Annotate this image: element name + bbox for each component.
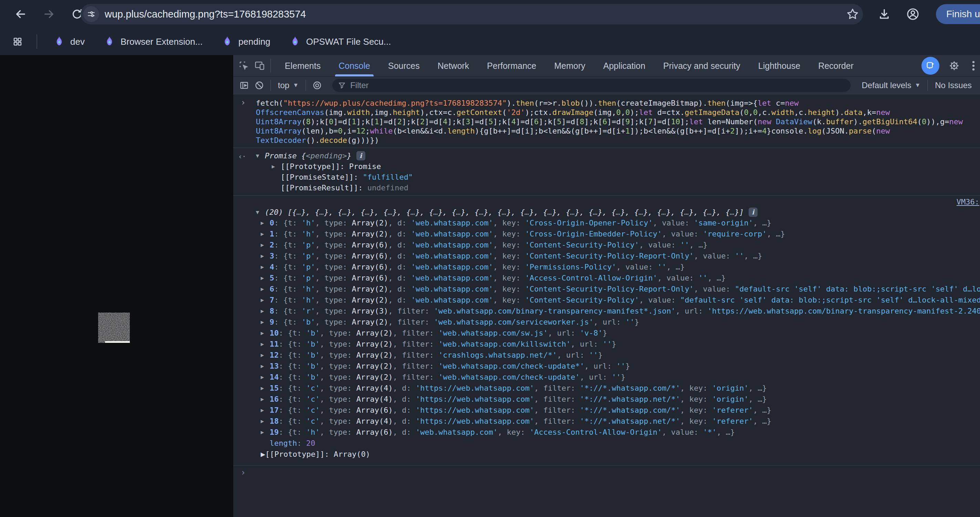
log-array-item-14[interactable]: ▶14: {t: 'b', type: Array(2), filter: 'w… [233, 372, 980, 383]
log-array-item-6[interactable]: ▶6: {t: 'h', type: Array(2), d: 'web.wha… [233, 284, 980, 295]
log-array-item-18[interactable]: ▶18: {t: 'c', type: Array(4), d: 'https:… [233, 416, 980, 427]
array-preview[interactable]: ▼(20) [{…}, {…}, {…}, {…}, {…}, {…}, {…}… [233, 207, 980, 217]
tab-memory[interactable]: Memory [545, 55, 594, 76]
log-array-item-13[interactable]: ▶13: {t: 'b', type: Array(2), filter: 'w… [233, 361, 980, 372]
expand-triangle-icon[interactable]: ▶ [261, 350, 270, 361]
chevron-down-icon: ▼ [915, 82, 920, 89]
console-sidebar-toggle[interactable] [237, 78, 252, 92]
expand-triangle-icon[interactable]: ▶ [261, 251, 270, 262]
log-array-item-8[interactable]: ▶8: {t: 'r', type: Array(3), filter: 'we… [233, 306, 980, 317]
promise-result-entry: ‹· ▼Promise {<pending>}i ▶[[Prototype]]:… [233, 148, 980, 195]
log-array-item-2[interactable]: ▶2: {t: 'p', type: Array(6), d: 'web.wha… [233, 239, 980, 251]
log-array-item-4[interactable]: ▶4: {t: 'p', type: Array(6), d: 'web.wha… [233, 262, 980, 273]
tab-recorder[interactable]: Recorder [809, 55, 862, 76]
expand-triangle-icon[interactable]: ▶ [261, 284, 270, 295]
log-array-item-12[interactable]: ▶12: {t: 'b', type: Array(2), filter: 'c… [233, 350, 980, 361]
value-info-icon[interactable]: i [356, 151, 365, 160]
expand-triangle-icon[interactable]: ▶ [261, 228, 270, 239]
context-selector[interactable]: top ▼ [274, 81, 302, 90]
tab-privacy-and-security[interactable]: Privacy and security [654, 55, 749, 76]
site-settings-button[interactable] [83, 6, 99, 22]
log-array-item-1[interactable]: ▶1: {t: 'h', type: Array(2), d: 'web.wha… [233, 228, 980, 239]
log-levels-selector[interactable]: Default levels ▼ [858, 81, 924, 90]
bookmark-item[interactable]: OPSWAT File Secu... [282, 33, 398, 51]
back-button[interactable] [13, 6, 28, 22]
apps-grid-button[interactable] [9, 33, 26, 50]
log-array-item-19[interactable]: ▶19: {t: 'h', type: Array(6), d: 'web.wh… [233, 427, 980, 438]
expand-triangle-icon[interactable]: ▶ [272, 161, 281, 172]
command-code[interactable]: fetch("https://wup.plus/cachedimg.png?ts… [256, 98, 975, 145]
filter-funnel-icon [338, 81, 346, 89]
tab-console[interactable]: Console [329, 55, 379, 76]
bookmark-star-icon[interactable] [846, 7, 859, 21]
context-selector-value: top [278, 81, 289, 90]
tab-performance[interactable]: Performance [478, 55, 545, 76]
log-array-item-16[interactable]: ▶16: {t: 'c', type: Array(4), d: 'https:… [233, 394, 980, 405]
log-array-item-11[interactable]: ▶11: {t: 'b', type: Array(2), filter: 'w… [233, 339, 980, 350]
expand-triangle-icon[interactable]: ▶ [261, 450, 265, 458]
expand-triangle-icon[interactable]: ▶ [261, 295, 270, 306]
expand-triangle-icon[interactable]: ▶ [261, 339, 270, 350]
expand-triangle-icon[interactable]: ▶ [261, 361, 270, 372]
console-sidebar-icon [239, 80, 249, 90]
issues-counter[interactable]: No Issues [931, 81, 975, 90]
console-input[interactable]: › [233, 465, 980, 471]
promise-children: ▶[[Prototype]]: Promise [[PromiseState]]… [233, 161, 975, 193]
profile-button[interactable] [905, 6, 921, 22]
log-array-item-0[interactable]: ▶0: {t: 'h', type: Array(2), d: 'web.wha… [233, 217, 980, 228]
collapse-triangle-icon[interactable]: ▼ [256, 207, 265, 217]
collapse-triangle-icon[interactable]: ▼ [256, 151, 265, 161]
expand-triangle-icon[interactable]: ▶ [261, 217, 270, 228]
log-array-item-9[interactable]: ▶9: {t: 'b', type: Array(2), filter: 'we… [233, 317, 980, 328]
log-array-item-15[interactable]: ▶15: {t: 'c', type: Array(4), d: 'https:… [233, 383, 980, 394]
devtools-more-button[interactable] [969, 58, 978, 74]
log-array-item-3[interactable]: ▶3: {t: 'p', type: Array(6), d: 'web.wha… [233, 251, 980, 262]
expand-triangle-icon[interactable]: ▶ [261, 394, 270, 405]
tab-lighthouse[interactable]: Lighthouse [749, 55, 809, 76]
log-array-item-7[interactable]: ▶7: {t: 'h', type: Array(2), d: 'web.wha… [233, 295, 980, 306]
log-array-item-10[interactable]: ▶10: {t: 'b', type: Array(2), filter: 'w… [233, 328, 980, 339]
value-info-icon[interactable]: i [749, 208, 757, 217]
tab-network[interactable]: Network [429, 55, 478, 76]
command-prompt-chevron: › [241, 98, 245, 108]
expand-triangle-icon[interactable]: ▶ [261, 273, 270, 284]
expand-triangle-icon[interactable]: ▶ [261, 306, 270, 317]
device-toolbar-button[interactable] [252, 58, 267, 74]
inspect-cursor-icon [238, 60, 249, 71]
tab-sources[interactable]: Sources [379, 55, 429, 76]
returned-value-icon: ‹· [238, 152, 246, 161]
address-bar[interactable]: wup.plus/cachedimg.png?ts=1768198283574 [81, 4, 863, 24]
expand-triangle-icon[interactable]: ▶ [261, 427, 270, 438]
url-text[interactable]: wup.plus/cachedimg.png?ts=1768198283574 [105, 9, 306, 20]
promise-preview[interactable]: ▼Promise {<pending>}i [233, 151, 975, 161]
expand-triangle-icon[interactable]: ▶ [261, 317, 270, 328]
promise-prototype-row[interactable]: ▶[[Prototype]]: Promise [233, 161, 975, 172]
expand-triangle-icon[interactable]: ▶ [261, 405, 270, 416]
finish-update-button[interactable]: Finish update [936, 4, 980, 24]
ai-assistance-button[interactable] [921, 57, 939, 75]
expand-triangle-icon[interactable]: ▶ [261, 262, 270, 273]
bookmark-item[interactable]: dev [46, 33, 92, 51]
log-array-item-5[interactable]: ▶5: {t: 'p', type: Array(6), d: 'web.wha… [233, 273, 980, 284]
log-array-item-17[interactable]: ▶17: {t: 'c', type: Array(6), d: 'https:… [233, 405, 980, 416]
live-expression-button[interactable] [310, 78, 325, 92]
expand-triangle-icon[interactable]: ▶ [261, 239, 270, 251]
expand-triangle-icon[interactable]: ▶ [261, 416, 270, 427]
bookmarks-list: dev Browser Extension... pending [46, 33, 398, 51]
tab-elements[interactable]: Elements [276, 55, 329, 76]
gear-icon [948, 60, 960, 71]
devtools-settings-button[interactable] [946, 58, 962, 74]
bookmark-item[interactable]: Browser Extension... [96, 33, 209, 51]
expand-triangle-icon[interactable]: ▶ [261, 383, 270, 394]
clear-console-button[interactable] [252, 78, 267, 92]
tab-application[interactable]: Application [594, 55, 654, 76]
array-prototype-row[interactable]: ▶[[Prototype]]: Array(0) [233, 449, 980, 460]
downloads-button[interactable] [877, 6, 892, 22]
expand-triangle-icon[interactable]: ▶ [261, 328, 270, 339]
source-location-link[interactable]: VM36: [956, 198, 979, 206]
forward-button[interactable] [41, 6, 56, 22]
inspect-element-button[interactable] [236, 58, 252, 74]
console-filter-input[interactable]: Filter [332, 79, 851, 92]
expand-triangle-icon[interactable]: ▶ [261, 372, 270, 383]
bookmark-item[interactable]: pending [214, 33, 277, 51]
